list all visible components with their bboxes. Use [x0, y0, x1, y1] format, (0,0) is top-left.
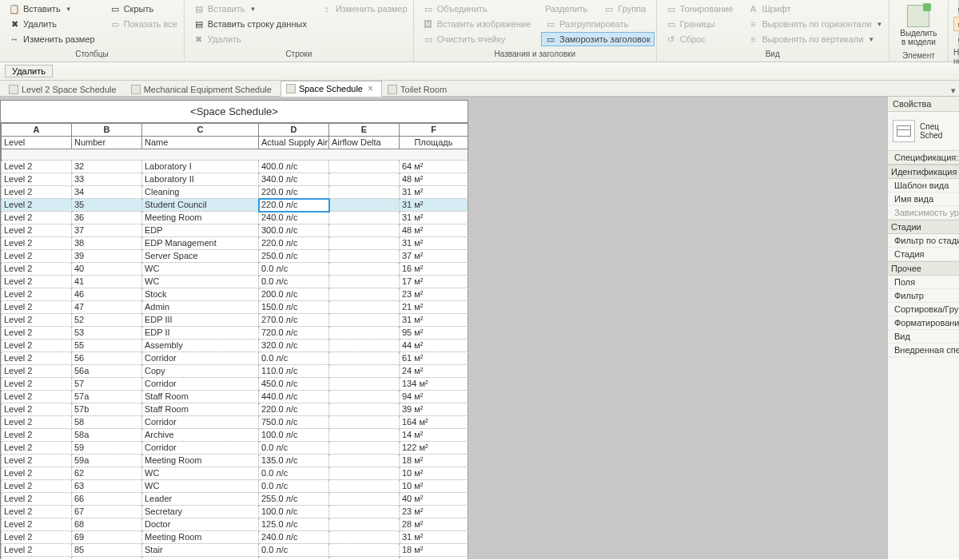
columns-hide-button[interactable]: ▭Скрыть — [105, 2, 181, 16]
close-tab-icon[interactable]: × — [368, 83, 373, 94]
table-cell[interactable]: Meeting Room — [142, 212, 259, 224]
prop-sorting[interactable]: Сортировка/Груп — [888, 303, 959, 316]
table-cell[interactable] — [329, 301, 400, 314]
insert-image-button[interactable]: 🖼Вставить изображение — [419, 17, 535, 31]
table-cell[interactable]: 320.0 л/с — [259, 340, 329, 352]
table-cell[interactable]: Level 2 — [2, 416, 72, 429]
table-cell[interactable]: Level 2 — [2, 455, 72, 467]
table-cell[interactable] — [329, 544, 400, 557]
tab-level2-space-schedule[interactable]: Level 2 Space Schedule — [3, 82, 125, 96]
table-cell[interactable]: Level 2 — [2, 352, 72, 365]
prop-filter[interactable]: Фильтр — [888, 289, 959, 303]
prop-appearance[interactable]: Вид — [888, 330, 959, 344]
table-row[interactable]: Level 238EDP Management220.0 л/с31 м² — [2, 237, 468, 250]
table-cell[interactable]: 66 — [72, 493, 142, 506]
table-cell[interactable]: 0.0 л/с — [259, 544, 329, 557]
table-cell[interactable]: Stair — [142, 557, 259, 560]
table-cell[interactable]: 134 м² — [400, 378, 468, 391]
table-cell[interactable]: Level 2 — [2, 199, 72, 212]
table-cell[interactable]: 10 м² — [400, 480, 468, 493]
table-cell[interactable]: WC — [142, 276, 259, 288]
table-row[interactable]: Level 233Laboratory II340.0 л/с48 м² — [2, 173, 468, 186]
highlight-in-model-button[interactable]: Выделитьв модели — [894, 2, 943, 50]
table-cell[interactable]: Staff Room — [142, 391, 259, 403]
table-cell[interactable]: Level 2 — [2, 263, 72, 276]
table-row[interactable]: Level 240WC0.0 л/с16 м² — [2, 263, 468, 276]
table-row[interactable]: Level 256Corridor0.0 л/с61 м² — [2, 352, 468, 365]
table-cell[interactable]: Server Space — [142, 250, 259, 263]
column-header[interactable]: Площадь — [400, 137, 468, 149]
table-cell[interactable]: Level 2 — [2, 531, 72, 544]
table-row[interactable]: Level 256aCopy110.0 л/с24 м² — [2, 365, 468, 378]
table-row[interactable]: Level 262WC0.0 л/с10 м² — [2, 467, 468, 480]
table-cell[interactable]: EDP III — [142, 314, 259, 327]
shading-button[interactable]: ▭Тонирование — [662, 2, 738, 16]
rows-insert-button[interactable]: ▤Вставить▼ — [189, 2, 311, 16]
table-cell[interactable]: Level 2 — [2, 237, 72, 250]
table-cell[interactable]: 39 м² — [400, 403, 468, 416]
table-cell[interactable] — [329, 506, 400, 518]
column-letter[interactable]: C — [142, 124, 259, 137]
table-cell[interactable]: 69 — [72, 531, 142, 544]
table-cell[interactable]: 63 — [72, 480, 142, 493]
hide-unplaced-button[interactable]: ▭Скрыть — [953, 17, 959, 31]
clear-cell-button[interactable]: ▭Очистить ячейку — [419, 32, 535, 46]
table-cell[interactable]: Level 2 — [2, 224, 72, 237]
table-cell[interactable]: Level 2 — [2, 467, 72, 480]
table-cell[interactable]: 33 — [72, 173, 142, 186]
ungroup-button[interactable]: ▭Разгруппировать — [541, 17, 655, 31]
table-cell[interactable]: Laboratory I — [142, 161, 259, 173]
table-cell[interactable]: 56 — [72, 352, 142, 365]
isolate-unplaced-button[interactable]: ▭Изолировать — [953, 32, 959, 46]
table-cell[interactable]: 135.0 л/с — [259, 455, 329, 467]
table-cell[interactable]: 48 м² — [400, 173, 468, 186]
prop-view-name[interactable]: Имя вида — [888, 193, 959, 206]
show-unplaced-button[interactable]: ▭Показать — [953, 2, 959, 16]
table-cell[interactable]: 28 м² — [400, 518, 468, 531]
table-cell[interactable]: Copy — [142, 365, 259, 378]
table-cell[interactable]: 64 м² — [400, 161, 468, 173]
table-cell[interactable]: Staff Room — [142, 403, 259, 416]
table-cell[interactable]: Level 2 — [2, 378, 72, 391]
table-cell[interactable] — [329, 416, 400, 429]
table-cell[interactable]: 0.0 л/с — [259, 276, 329, 288]
table-cell[interactable]: 44 м² — [400, 340, 468, 352]
table-cell[interactable] — [329, 327, 400, 340]
properties-cat-phases[interactable]: Стадии — [888, 220, 959, 234]
table-cell[interactable] — [329, 340, 400, 352]
properties-filter-label[interactable]: Спецификация: Sp — [888, 151, 959, 165]
table-row[interactable]: Level 267Secretary100.0 л/с23 м² — [2, 506, 468, 518]
table-cell[interactable]: Level 2 — [2, 173, 72, 186]
table-cell[interactable]: 61 м² — [400, 352, 468, 365]
table-cell[interactable]: Admin — [142, 301, 259, 314]
column-letter[interactable]: F — [400, 124, 468, 137]
table-row[interactable]: Level 266Leader255.0 л/с40 м² — [2, 493, 468, 506]
table-cell[interactable] — [329, 531, 400, 544]
table-row[interactable]: Level 258Corridor750.0 л/с164 м² — [2, 416, 468, 429]
table-cell[interactable]: 56a — [72, 365, 142, 378]
table-cell[interactable]: 220.0 л/с — [259, 403, 329, 416]
table-cell[interactable]: 31 м² — [400, 186, 468, 199]
table-cell[interactable]: 37 м² — [400, 250, 468, 263]
table-cell[interactable]: WC — [142, 480, 259, 493]
table-cell[interactable]: 0.0 л/с — [259, 442, 329, 455]
table-cell[interactable]: 340.0 л/с — [259, 173, 329, 186]
table-cell[interactable]: 31 м² — [400, 199, 468, 212]
table-cell[interactable] — [329, 391, 400, 403]
rows-resize-button[interactable]: ↕Изменить размер — [317, 2, 412, 16]
table-cell[interactable] — [329, 224, 400, 237]
column-letter[interactable]: E — [329, 124, 400, 137]
table-cell[interactable]: Level 2 — [2, 493, 72, 506]
table-cell[interactable]: 68 — [72, 518, 142, 531]
column-letter[interactable]: A — [2, 124, 72, 137]
table-row[interactable]: Level 235Student Council220.0 л/с31 м² — [2, 199, 468, 212]
table-cell[interactable]: 39 — [72, 250, 142, 263]
prop-dependency[interactable]: Зависимость уро — [888, 206, 959, 220]
rows-insert-data-button[interactable]: ▤Вставить строку данных — [189, 17, 311, 31]
align-v-button[interactable]: ≡Выровнять по вертикали▼ — [743, 32, 886, 46]
table-cell[interactable]: 270.0 л/с — [259, 314, 329, 327]
table-cell[interactable]: 18 м² — [400, 544, 468, 557]
quick-delete-button[interactable]: Удалить — [5, 65, 53, 77]
prop-phase-filter[interactable]: Фильтр по стадия — [888, 234, 959, 248]
table-cell[interactable] — [329, 518, 400, 531]
